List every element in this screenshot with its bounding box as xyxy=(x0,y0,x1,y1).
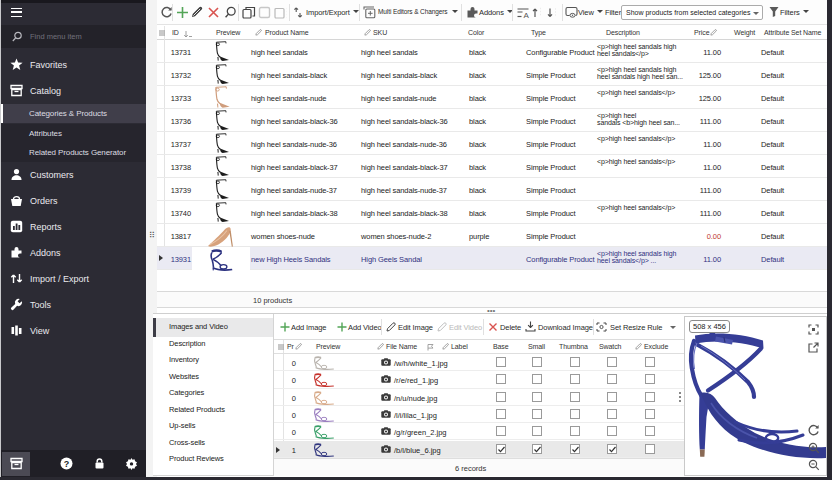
svg-text:A: A xyxy=(524,11,530,20)
svg-text:?: ? xyxy=(64,459,70,469)
